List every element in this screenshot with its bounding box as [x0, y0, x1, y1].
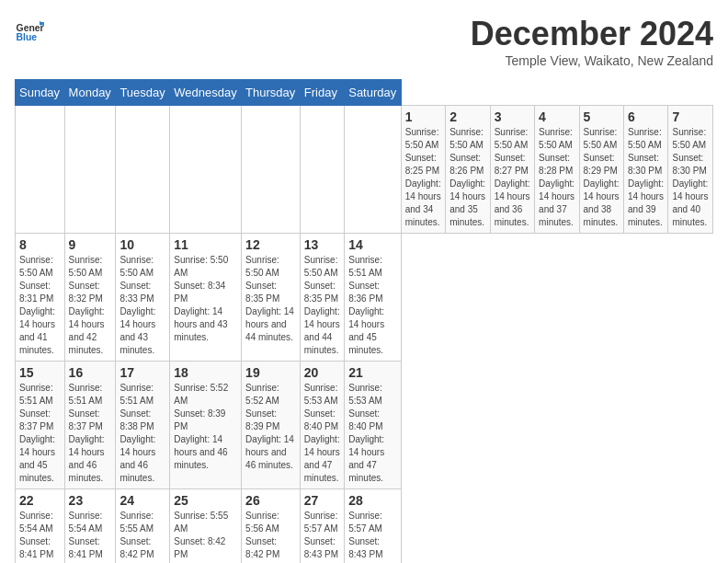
- day-info: Sunrise: 5:55 AMSunset: 8:42 PMDaylight:…: [119, 510, 165, 563]
- calendar-cell: 19Sunrise: 5:52 AMSunset: 8:39 PMDayligh…: [242, 362, 301, 489]
- calendar-cell: 14Sunrise: 5:51 AMSunset: 8:36 PMDayligh…: [345, 234, 402, 362]
- calendar-row-1: 8Sunrise: 5:50 AMSunset: 8:31 PMDaylight…: [16, 234, 713, 362]
- day-number: 9: [69, 237, 112, 252]
- calendar-cell: 4Sunrise: 5:50 AMSunset: 8:28 PMDaylight…: [535, 106, 579, 234]
- calendar-cell: 20Sunrise: 5:53 AMSunset: 8:40 PMDayligh…: [300, 362, 344, 489]
- calendar-cell: 26Sunrise: 5:56 AMSunset: 8:42 PMDayligh…: [242, 489, 301, 564]
- day-info: Sunrise: 5:50 AMSunset: 8:33 PMDaylight:…: [119, 254, 165, 357]
- day-info: Sunrise: 5:57 AMSunset: 8:43 PMDaylight:…: [348, 510, 397, 563]
- day-number: 17: [119, 365, 165, 380]
- header-day-thursday: Thursday: [242, 80, 301, 106]
- day-number: 14: [348, 237, 397, 252]
- day-number: 1: [405, 109, 441, 124]
- day-number: 24: [119, 493, 165, 508]
- calendar-cell: 18Sunrise: 5:52 AMSunset: 8:39 PMDayligh…: [170, 362, 242, 489]
- header-day-monday: Monday: [64, 80, 116, 106]
- day-number: 15: [19, 365, 61, 380]
- header-day-saturday: Saturday: [345, 80, 402, 106]
- day-number: 13: [304, 237, 340, 252]
- location: Temple View, Waikato, New Zealand: [471, 53, 713, 68]
- title-area: December 2024 Temple View, Waikato, New …: [471, 15, 713, 68]
- logo-icon: General Blue: [15, 15, 44, 44]
- calendar-row-0: 1Sunrise: 5:50 AMSunset: 8:25 PMDaylight…: [16, 106, 713, 234]
- calendar-cell: [170, 106, 242, 234]
- calendar-cell: 21Sunrise: 5:53 AMSunset: 8:40 PMDayligh…: [345, 362, 402, 489]
- day-info: Sunrise: 5:50 AMSunset: 8:26 PMDaylight:…: [449, 126, 485, 229]
- day-info: Sunrise: 5:50 AMSunset: 8:25 PMDaylight:…: [405, 126, 441, 229]
- day-number: 27: [304, 493, 340, 508]
- calendar-cell: 5Sunrise: 5:50 AMSunset: 8:29 PMDaylight…: [579, 106, 623, 234]
- header-day-sunday: Sunday: [16, 80, 65, 106]
- day-number: 23: [69, 493, 112, 508]
- calendar-cell: [300, 106, 344, 234]
- day-info: Sunrise: 5:50 AMSunset: 8:29 PMDaylight:…: [584, 126, 620, 229]
- day-info: Sunrise: 5:51 AMSunset: 8:37 PMDaylight:…: [19, 382, 61, 485]
- calendar-cell: 27Sunrise: 5:57 AMSunset: 8:43 PMDayligh…: [300, 489, 344, 564]
- calendar-cell: 24Sunrise: 5:55 AMSunset: 8:42 PMDayligh…: [116, 489, 170, 564]
- day-number: 22: [19, 493, 61, 508]
- day-number: 28: [348, 493, 397, 508]
- header-row: SundayMondayTuesdayWednesdayThursdayFrid…: [16, 80, 713, 106]
- day-number: 16: [69, 365, 112, 380]
- day-info: Sunrise: 5:56 AMSunset: 8:42 PMDaylight:…: [245, 510, 296, 563]
- calendar-cell: 7Sunrise: 5:50 AMSunset: 8:30 PMDaylight…: [668, 106, 713, 234]
- day-number: 26: [245, 493, 296, 508]
- calendar-row-2: 15Sunrise: 5:51 AMSunset: 8:37 PMDayligh…: [16, 362, 713, 489]
- calendar-cell: [242, 106, 301, 234]
- calendar-cell: 2Sunrise: 5:50 AMSunset: 8:26 PMDaylight…: [446, 106, 490, 234]
- day-info: Sunrise: 5:53 AMSunset: 8:40 PMDaylight:…: [304, 382, 340, 485]
- calendar-cell: 3Sunrise: 5:50 AMSunset: 8:27 PMDaylight…: [490, 106, 534, 234]
- calendar-cell: 13Sunrise: 5:50 AMSunset: 8:35 PMDayligh…: [300, 234, 344, 362]
- day-number: 20: [304, 365, 340, 380]
- day-info: Sunrise: 5:51 AMSunset: 8:38 PMDaylight:…: [119, 382, 165, 485]
- calendar-cell: 16Sunrise: 5:51 AMSunset: 8:37 PMDayligh…: [64, 362, 116, 489]
- day-number: 2: [449, 109, 485, 124]
- calendar-cell: 11Sunrise: 5:50 AMSunset: 8:34 PMDayligh…: [170, 234, 242, 362]
- day-info: Sunrise: 5:50 AMSunset: 8:28 PMDaylight:…: [539, 126, 574, 229]
- svg-text:Blue: Blue: [17, 32, 38, 42]
- calendar-cell: [116, 106, 170, 234]
- day-info: Sunrise: 5:50 AMSunset: 8:34 PMDaylight:…: [174, 254, 237, 344]
- day-info: Sunrise: 5:54 AMSunset: 8:41 PMDaylight:…: [19, 510, 61, 563]
- calendar-cell: 28Sunrise: 5:57 AMSunset: 8:43 PMDayligh…: [345, 489, 402, 564]
- calendar-cell: [64, 106, 116, 234]
- day-number: 6: [628, 109, 664, 124]
- day-number: 3: [495, 109, 530, 124]
- day-number: 5: [584, 109, 620, 124]
- calendar-cell: 23Sunrise: 5:54 AMSunset: 8:41 PMDayligh…: [64, 489, 116, 564]
- header-day-wednesday: Wednesday: [170, 80, 242, 106]
- day-info: Sunrise: 5:50 AMSunset: 8:32 PMDaylight:…: [69, 254, 112, 357]
- logo: General Blue: [15, 15, 46, 44]
- day-info: Sunrise: 5:55 AMSunset: 8:42 PMDaylight:…: [174, 510, 237, 563]
- day-info: Sunrise: 5:51 AMSunset: 8:36 PMDaylight:…: [348, 254, 397, 357]
- day-info: Sunrise: 5:50 AMSunset: 8:30 PMDaylight:…: [628, 126, 664, 229]
- day-number: 18: [174, 365, 237, 380]
- calendar-cell: 10Sunrise: 5:50 AMSunset: 8:33 PMDayligh…: [116, 234, 170, 362]
- calendar-cell: 17Sunrise: 5:51 AMSunset: 8:38 PMDayligh…: [116, 362, 170, 489]
- calendar-cell: 12Sunrise: 5:50 AMSunset: 8:35 PMDayligh…: [242, 234, 301, 362]
- calendar-table: SundayMondayTuesdayWednesdayThursdayFrid…: [15, 79, 713, 563]
- page-header: General Blue December 2024 Temple View, …: [15, 15, 713, 68]
- day-info: Sunrise: 5:54 AMSunset: 8:41 PMDaylight:…: [69, 510, 112, 563]
- day-info: Sunrise: 5:52 AMSunset: 8:39 PMDaylight:…: [174, 382, 237, 472]
- day-number: 25: [174, 493, 237, 508]
- calendar-cell: [16, 106, 65, 234]
- day-number: 11: [174, 237, 237, 252]
- day-number: 19: [245, 365, 296, 380]
- day-info: Sunrise: 5:50 AMSunset: 8:27 PMDaylight:…: [495, 126, 530, 229]
- calendar-cell: 15Sunrise: 5:51 AMSunset: 8:37 PMDayligh…: [16, 362, 65, 489]
- day-info: Sunrise: 5:57 AMSunset: 8:43 PMDaylight:…: [304, 510, 340, 563]
- day-info: Sunrise: 5:50 AMSunset: 8:30 PMDaylight:…: [672, 126, 709, 229]
- day-number: 10: [119, 237, 165, 252]
- day-number: 21: [348, 365, 397, 380]
- calendar-cell: 22Sunrise: 5:54 AMSunset: 8:41 PMDayligh…: [16, 489, 65, 564]
- day-info: Sunrise: 5:52 AMSunset: 8:39 PMDaylight:…: [245, 382, 296, 472]
- calendar-cell: 1Sunrise: 5:50 AMSunset: 8:25 PMDaylight…: [401, 106, 445, 234]
- day-info: Sunrise: 5:50 AMSunset: 8:31 PMDaylight:…: [19, 254, 61, 357]
- calendar-cell: 9Sunrise: 5:50 AMSunset: 8:32 PMDaylight…: [64, 234, 116, 362]
- calendar-cell: 25Sunrise: 5:55 AMSunset: 8:42 PMDayligh…: [170, 489, 242, 564]
- day-number: 12: [245, 237, 296, 252]
- day-number: 7: [672, 109, 709, 124]
- calendar-cell: [345, 106, 402, 234]
- day-number: 8: [19, 237, 61, 252]
